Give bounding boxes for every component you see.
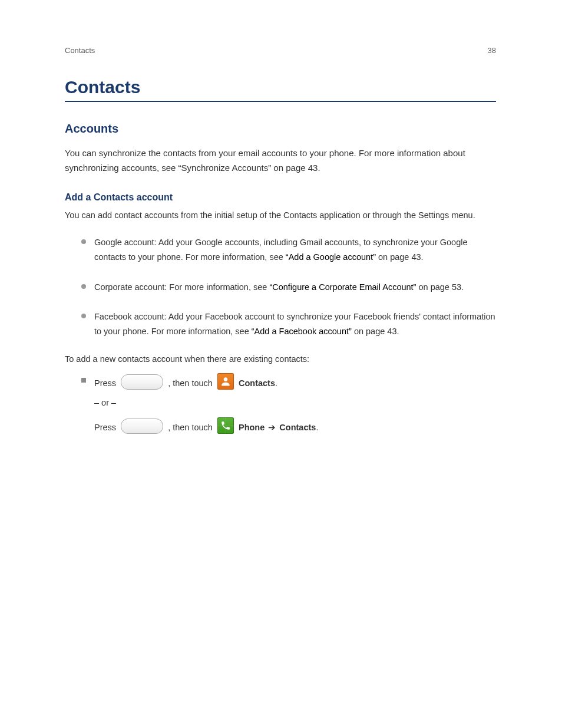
title-rule — [65, 101, 496, 102]
home-button-icon — [121, 374, 163, 390]
page-reference: “Configure a Corporate Email Account” — [269, 282, 416, 292]
section-lead: You can synchronize the contacts from yo… — [65, 146, 496, 176]
page-reference: “Add a Facebook account” — [252, 327, 352, 336]
list-item: Corporate account: For more information,… — [65, 280, 496, 295]
contacts-tab-label: Contacts — [279, 423, 316, 432]
running-header-page: 38 — [488, 46, 496, 55]
account-types-list: Google account: Add your Google accounts… — [65, 235, 496, 338]
phone-label: Phone — [239, 423, 265, 432]
list-item: Google account: Add your Google accounts… — [65, 235, 496, 264]
running-header: Contacts 38 — [65, 0, 496, 55]
home-button-icon — [121, 419, 163, 434]
list-item: Facebook account: Add your Facebook acco… — [65, 309, 496, 338]
procedure-header: To add a new contacts account when there… — [65, 354, 496, 364]
or-separator: – or – — [65, 396, 496, 410]
procedure-steps: Press , then touch Contacts. — [65, 373, 496, 391]
page-reference: “Add a Google account” — [286, 252, 376, 262]
running-header-title: Contacts — [65, 46, 95, 55]
add-account-intro: You can add contact accounts from the in… — [65, 209, 496, 223]
arrow-icon: ➔ — [267, 423, 279, 432]
phone-app-icon — [217, 417, 234, 434]
contacts-app-icon — [217, 373, 234, 390]
procedure-step-alt: Press , then touch Phone ➔ Contacts. — [65, 417, 496, 435]
page-title: Contacts — [65, 77, 496, 97]
section-heading: Accounts — [65, 122, 496, 136]
subheading-add-account: Add a Contacts account — [65, 192, 496, 203]
procedure-step: Press , then touch Contacts. — [65, 373, 496, 391]
contacts-label: Contacts — [239, 378, 275, 388]
